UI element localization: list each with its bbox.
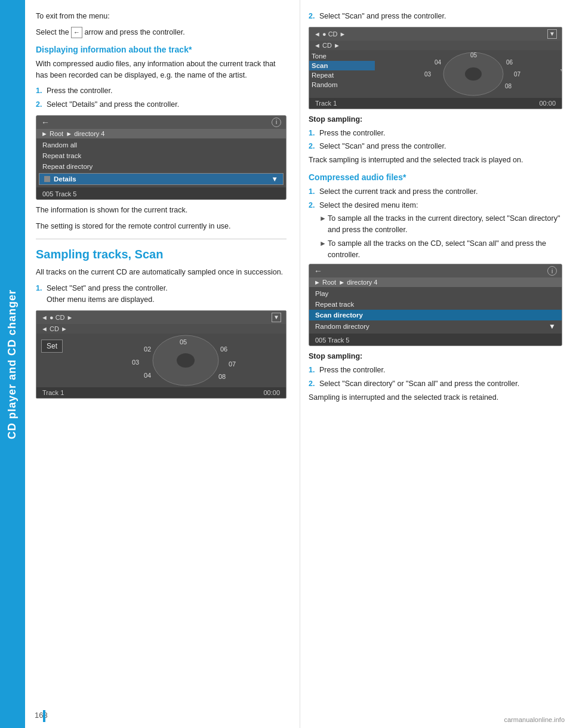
details-square-icon <box>44 176 50 182</box>
right-column: 2. Select "Scan" and press the controlle… <box>300 0 573 728</box>
screen2-breadcrumb: ► Root ► directory 4 <box>309 277 562 287</box>
cd-main-set: Set 02 03 04 05 06 07 08 <box>36 334 286 387</box>
cd-sub-header-scan: ◄ CD ► <box>309 41 562 50</box>
stop2-row: 2. Select "Scan" and press the controlle… <box>309 141 562 152</box>
info-text2: The setting is stored for the remote con… <box>36 221 286 232</box>
screen2-back-arrow: ← <box>314 266 322 276</box>
right-s3-step1-row: 1. Select the current track and press th… <box>309 186 562 198</box>
stop2-s1-text: Press the controller. <box>319 365 562 376</box>
sub-bullet-2-text: To sample all the tracks on the CD, sele… <box>328 238 562 261</box>
section2-step1-num: 1. <box>36 283 47 306</box>
menu-repeat-directory: Repeat directory <box>36 161 286 172</box>
svg-text:04: 04 <box>144 372 151 379</box>
menu-scan-dir: Scan directory <box>309 310 562 320</box>
track-label-scan: Track 1 <box>315 100 337 107</box>
stop1-num: 1. <box>309 128 319 139</box>
svg-text:07: 07 <box>229 360 236 368</box>
intro-line2: Select the ← arrow and press the control… <box>36 27 286 38</box>
sub-bullet-2: ► To sample all the tracks on the CD, se… <box>319 238 562 261</box>
right-s3-step2-text: Select the desired menu item: <box>319 200 562 211</box>
cd-corner-icon2: ▼ <box>547 29 557 39</box>
right-step2-row: 2. Select "Scan" and press the controlle… <box>309 11 562 22</box>
sub-bullet-1: ► To sample all the tracks in the curren… <box>319 213 562 236</box>
step1-num: 1. <box>36 85 47 97</box>
page-number: 168 <box>35 711 48 720</box>
sidebar-label: CD player and CD changer <box>7 289 19 439</box>
screen1-breadcrumb: ► Root ► directory 4 <box>36 129 286 138</box>
screen-details: ← i ► Root ► directory 4 Random all Repe… <box>36 115 286 200</box>
cd-footer-scan: Track 1 00:00 <box>309 98 562 109</box>
screen1-statusbar: 005 Track 5 <box>36 189 286 199</box>
svg-text:08: 08 <box>218 373 226 380</box>
stop2-num: 2. <box>309 141 319 152</box>
menu-repeat-track2: Repeat track <box>309 299 562 310</box>
label-random: Random <box>309 80 375 90</box>
label-scan: Scan <box>309 61 375 70</box>
divider1 <box>36 239 286 239</box>
cd-header-set: ◄ ● CD ► ▼ <box>36 311 286 324</box>
track-label-set: Track 1 <box>42 389 64 396</box>
right-s3-step1-text: Select the current track and press the c… <box>319 186 562 198</box>
right-s3-step1-num: 1. <box>309 186 319 198</box>
screen2-topbar: ← i <box>309 264 562 277</box>
stop-info-text: Track sampling is interrupted and the se… <box>309 155 562 166</box>
svg-text:03: 03 <box>132 359 139 366</box>
svg-text:06: 06 <box>220 346 227 353</box>
screen2-statusbar: 005 Track 5 <box>309 335 562 346</box>
svg-point-10 <box>465 67 482 81</box>
intro-line1: To exit from the menu: <box>36 11 286 22</box>
section3-heading: Compressed audio files* <box>309 172 562 183</box>
step2-text: Select "Details" and press the controlle… <box>47 99 286 110</box>
svg-text:07: 07 <box>514 71 521 78</box>
cd-header-scan: ◄ ● CD ► ▼ <box>309 27 562 41</box>
info-text1: The information is shown for the current… <box>36 205 286 216</box>
stop2-text: Select "Scan" and press the controller. <box>319 141 562 152</box>
screen1-topbar: ← i <box>36 116 286 129</box>
step2-num: 2. <box>36 99 47 110</box>
time-label-scan: 00:00 <box>539 100 556 107</box>
stop2-s2-num: 2. <box>309 378 319 390</box>
sidebar: CD player and CD changer <box>0 0 25 728</box>
right-s3-step2-num: 2. <box>309 200 319 211</box>
right-step2-text: Select "Scan" and press the controller. <box>319 11 562 22</box>
label-tone: Tone <box>309 51 375 61</box>
stop2-s2-text: Select "Scan directory" or "Scan all" an… <box>319 378 562 390</box>
menu-random-dir: Random directory ▼ <box>309 320 562 332</box>
cd-main-scan: Tone Scan Repeat Random 04 03 05 06 <box>309 50 562 98</box>
svg-point-1 <box>177 353 195 368</box>
stop1-text: Press the controller. <box>319 128 562 139</box>
cd-footer-set: Track 1 00:00 <box>36 387 286 398</box>
svg-text:05: 05 <box>470 52 478 58</box>
screen1-menu: Random all Repeat track Repeat directory… <box>36 138 286 187</box>
screen-scan-dir: ← i ► Root ► directory 4 Play Repeat tra… <box>309 264 562 346</box>
right-s3-step2-row: 2. Select the desired menu item: <box>309 200 562 211</box>
svg-text:08: 08 <box>505 83 512 90</box>
stop1-row: 1. Press the controller. <box>309 128 562 139</box>
section2-para1: All tracks on the current CD are automat… <box>36 267 286 278</box>
section2-heading: Sampling tracks, Scan <box>36 246 286 262</box>
menu-repeat-track: Repeat track <box>36 150 286 161</box>
step1-row: 1. Press the controller. <box>36 85 286 97</box>
stop2-info-text: Sampling is interrupted and the selected… <box>309 392 562 403</box>
sub-bullet-1-text: To sample all the tracks in the current … <box>328 213 562 236</box>
main-content: To exit from the menu: Select the ← arro… <box>25 0 573 728</box>
set-button: Set <box>41 340 63 353</box>
stop2-s2-row: 2. Select "Scan directory" or "Scan all"… <box>309 378 562 390</box>
screen2-menu: Play Repeat track Scan directory Random … <box>309 287 562 334</box>
page-bar <box>43 710 45 722</box>
stop-sampling2-heading: Stop sampling: <box>309 351 562 362</box>
time-label-set: 00:00 <box>263 389 280 396</box>
menu-random-all: Random all <box>36 140 286 150</box>
svg-text:▼: ▼ <box>559 66 562 76</box>
track-numbers-area: 02 03 04 05 06 07 08 <box>66 334 286 387</box>
section2-step1-text: Select "Set" and press the controller.Ot… <box>47 283 286 306</box>
cd-sub-header-set: ◄ CD ► <box>36 324 286 334</box>
stop2-s1-num: 1. <box>309 365 319 376</box>
watermark: carmanualonline.info <box>504 716 565 723</box>
label-repeat: Repeat <box>309 70 375 80</box>
left-column: To exit from the menu: Select the ← arro… <box>25 0 300 728</box>
screen2-info-icon: i <box>547 266 557 276</box>
stop2-s1-row: 1. Press the controller. <box>309 365 562 376</box>
menu-details: Details ▼ <box>39 173 284 185</box>
screen1-back-arrow: ← <box>41 118 50 127</box>
